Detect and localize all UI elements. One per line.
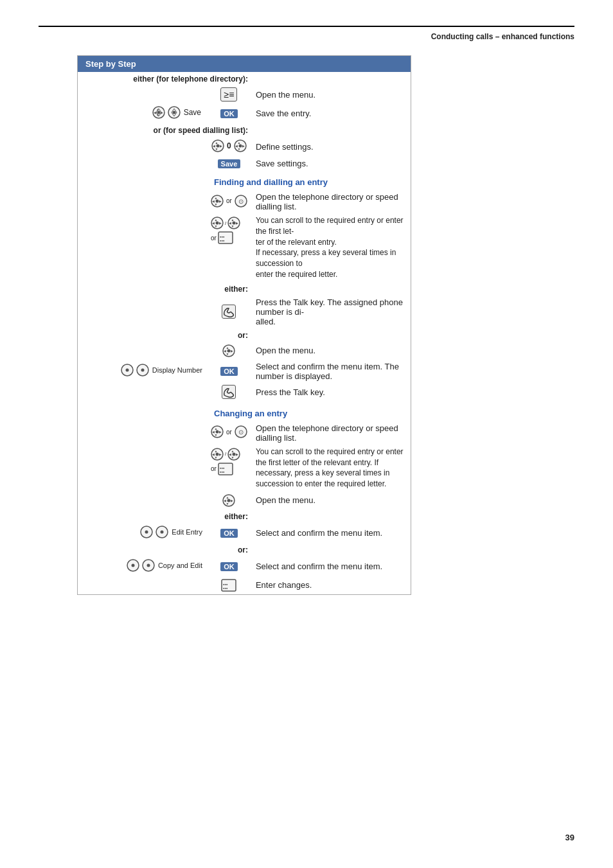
svg-text:▼: ▼ <box>226 351 229 355</box>
either-row-2: either: <box>78 509 411 523</box>
nav-chg-scroll-1: ▲ ▼ ◀ ▶ <box>210 447 224 461</box>
keyboard-icon-1: ▪▪▪ ▪▪▪ <box>218 231 233 245</box>
nav-scroll-1: ▲ ▼ ◀ ▶ <box>210 216 224 230</box>
svg-text:▶: ▶ <box>220 144 222 148</box>
copy-edit-icons: Copy and Edit <box>126 558 202 572</box>
ok-button-save: OK <box>220 109 238 118</box>
define-settings-icons: ▲ ▼ ◀ ▶ 0 ▲ ▼ ◀ <box>211 139 247 153</box>
svg-text:▪▪▪: ▪▪▪ <box>223 586 228 590</box>
phone-handset-icon-2 <box>222 386 235 398</box>
changing-open-menu-row: ▲ ▼ ◀ ▶ Open the menu. <box>78 492 411 509</box>
svg-point-54 <box>141 369 144 372</box>
changing-open-text: Open the telephone directory or speed di… <box>256 423 398 443</box>
nav-chg-1: ▲ ▼ ◀ ▶ <box>210 425 224 439</box>
svg-point-52 <box>125 369 129 372</box>
svg-text:▲: ▲ <box>231 218 235 222</box>
or-label-1: or: <box>238 331 248 340</box>
nav-chg-scroll-2: ▲ ▼ ◀ ▶ <box>227 447 241 461</box>
save-settings-text: Save settings. <box>256 159 308 168</box>
svg-text:▲: ▲ <box>237 141 240 145</box>
telephone-directory-label-row: either (for telephone directory): <box>78 72 411 85</box>
talk-icon-1 <box>222 305 236 319</box>
svg-text:▪▪▪: ▪▪▪ <box>220 238 225 243</box>
either-label-1: either: <box>224 285 248 294</box>
scroll-enter-text: You can scroll to the required entry or … <box>256 216 404 279</box>
talk-text-1: Press the Talk key. The assigned phone n… <box>256 297 403 326</box>
nav-right-icon: ▲ ▼ ◀ ▶ <box>233 139 247 153</box>
edit-entry-icons: Edit Entry <box>139 525 202 539</box>
open-menu-row-2: ▲ ▼ ◀ ▶ Open the menu. <box>78 342 411 360</box>
svg-point-91 <box>147 563 150 567</box>
changing-open-menu-text: Open the menu. <box>256 495 315 505</box>
svg-text:◀: ◀ <box>235 144 238 148</box>
define-settings-text: Define settings. <box>256 142 314 152</box>
nav-left-icon: ▲ ▼ ◀ ▶ <box>211 139 225 153</box>
nav-icon-2 <box>167 105 181 120</box>
edit-entry-row: Edit Entry OK Select and confirm the men… <box>78 523 411 543</box>
nav-ee-1 <box>139 525 154 539</box>
phone-handset-icon-1 <box>222 306 235 317</box>
svg-text:◀: ◀ <box>212 221 215 225</box>
ok-button-display: OK <box>220 367 238 376</box>
nav-ce-1 <box>126 558 140 572</box>
page-number: 39 <box>565 833 574 842</box>
open-tel-text: Open the telephone directory or speed di… <box>256 192 398 211</box>
svg-text:⊙: ⊙ <box>238 197 244 204</box>
changing-scroll-text: You can scroll to the required entry or … <box>256 447 404 488</box>
save-button: Save <box>218 159 241 168</box>
save-settings-row: Save Save settings. <box>78 157 411 170</box>
svg-text:▶: ▶ <box>219 221 222 225</box>
keyboard-chg-icon: ▪▪▪ ▪▪▪ <box>218 462 233 476</box>
display-number-label: Display Number <box>152 366 202 374</box>
svg-text:▲: ▲ <box>231 449 235 453</box>
define-settings-row: ▲ ▼ ◀ ▶ 0 ▲ ▼ ◀ <box>78 137 411 157</box>
header-divider <box>39 26 574 27</box>
svg-text:◀: ◀ <box>224 349 226 353</box>
open-menu-row: ≥≡ Open the menu. <box>78 85 411 103</box>
svg-point-9 <box>172 111 175 114</box>
copy-edit-row: Copy and Edit OK Select and confirm the … <box>78 556 411 576</box>
talk-row-1: Press the Talk key. The assigned phone n… <box>78 296 411 328</box>
svg-text:▼: ▼ <box>215 433 218 437</box>
changing-heading-row: Changing an entry <box>78 402 411 421</box>
talk-icon-2 <box>222 385 236 399</box>
svg-text:◀: ◀ <box>229 452 231 456</box>
either-row-1: either: <box>78 282 411 296</box>
save-ok-row: ▲ ▼ ◀ ▶ Save <box>78 103 411 123</box>
display-number-text: Select and confirm the menu item. The nu… <box>256 362 399 381</box>
svg-text:▶: ▶ <box>231 349 233 353</box>
svg-text:▪▪▪: ▪▪▪ <box>220 470 225 474</box>
scroll-enter-icons: ▲ ▼ ◀ ▶ / ▲ ▼ ◀ <box>210 216 248 245</box>
svg-text:▼: ▼ <box>215 455 218 459</box>
svg-text:◀: ◀ <box>212 199 215 203</box>
changing-open-row: ▲ ▼ ◀ ▶ or ⊙ <box>78 421 411 445</box>
display-number-icons: Display Number <box>120 363 202 377</box>
page-header: Conducting calls – enhanced functions <box>39 32 574 44</box>
svg-text:▼: ▼ <box>215 147 218 151</box>
display-number-row: Display Number OK Select and confirm the… <box>78 360 411 383</box>
nav-chg-menu: ▲ ▼ ◀ ▶ <box>222 493 236 508</box>
svg-text:▲: ▲ <box>156 107 159 111</box>
dial-chg-1: ⊙ <box>234 425 248 439</box>
step-box-title: Step by Step <box>78 56 411 72</box>
keyboard-enter-icon: ▪▪▪ ▪▪▪ <box>221 578 236 592</box>
svg-text:▲: ▲ <box>226 495 229 499</box>
changing-heading: Changing an entry <box>210 403 407 420</box>
speed-dialling-label: or (for speed dialling list): <box>154 126 248 135</box>
svg-text:▶: ▶ <box>236 452 238 456</box>
step-by-step-box: Step by Step either (for telephone direc… <box>77 55 411 595</box>
save-entry-text: Save the entry. <box>256 109 311 118</box>
nav-scroll-2: ▲ ▼ ◀ ▶ <box>227 216 241 230</box>
svg-text:▶: ▶ <box>236 221 238 225</box>
menu-icon: ≥≡ <box>220 87 237 102</box>
nav-dn-2 <box>136 363 150 377</box>
enter-changes-text: Enter changes. <box>256 580 312 590</box>
nav-ee-2 <box>155 525 169 539</box>
svg-point-89 <box>131 563 134 567</box>
nav-dn-1 <box>120 363 134 377</box>
svg-text:▶: ▶ <box>219 430 222 434</box>
changing-scroll-icons: ▲ ▼ ◀ ▶ / ▲ ▼ ◀ <box>210 447 248 476</box>
svg-text:▲: ▲ <box>226 346 229 350</box>
svg-text:▲: ▲ <box>215 218 218 222</box>
nav-ce-2 <box>141 558 155 572</box>
